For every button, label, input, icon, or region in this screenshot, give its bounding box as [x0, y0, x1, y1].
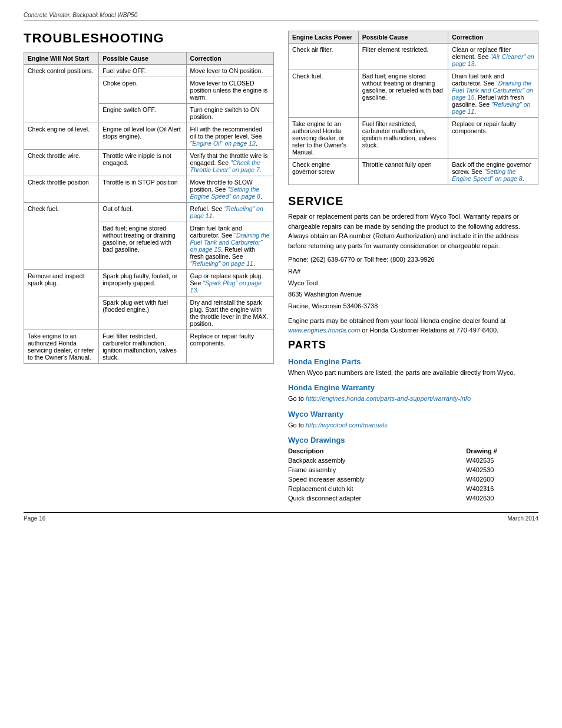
drawing-number: W402630	[466, 493, 538, 503]
engine-will-not-start-table: Engine Will Not Start Possible Cause Cor…	[24, 52, 274, 364]
page-footer: Page 16 March 2014	[24, 512, 538, 522]
table-row: Check throttle wire. Throttle wire nippl…	[24, 150, 274, 176]
wyco-drawings-table: Description Drawing # Backpack assemblyW…	[288, 446, 538, 503]
engine-cause-group: Take engine to an authorized Honda servi…	[289, 118, 359, 159]
drawing-description: Backpack assembly	[288, 456, 466, 465]
table-row: Check fuel. Bad fuel; engine stored with…	[289, 70, 538, 118]
table-row: Take engine to an authorized Honda servi…	[24, 330, 274, 364]
honda-engine-warranty-title: Honda Engine Warranty	[288, 383, 538, 392]
wyco-warranty-link[interactable]: http://wycotool.com/manuals	[306, 421, 388, 429]
possible-cause-cell: Out of fuel.	[99, 203, 186, 222]
table-row: Replacement clutch kitW402316	[288, 484, 538, 493]
correction-cell: Refuel. See "Refueling" on page 11.	[186, 203, 273, 222]
drawing-description: Frame assembly	[288, 465, 466, 475]
engine-cause-group: Check fuel.	[24, 203, 99, 270]
drawing-description: Speed increaser assembly	[288, 475, 466, 484]
left-column: TROUBLESHOOTING Engine Will Not Start Po…	[24, 31, 274, 503]
engine-cause-group: Check throttle wire.	[24, 150, 99, 176]
col-header-correction-left: Correction	[186, 52, 273, 65]
engine-parts-note: Engine parts may be obtained from your l…	[288, 316, 538, 335]
possible-cause-cell: Bad fuel; engine stored without treating…	[358, 70, 448, 118]
table-row: Check engine oil level. Engine oil level…	[24, 123, 274, 150]
correction-cell: Clean or replace filter element. See "Ai…	[448, 44, 538, 70]
honda-engine-warranty-body: Go to http://engines.honda.com/parts-and…	[288, 394, 538, 404]
engine-cause-group: Check engine governor screw	[289, 159, 359, 185]
footer-left: Page 16	[24, 515, 45, 522]
table-row: Take engine to an authorized Honda servi…	[289, 118, 538, 159]
correction-cell: Back off the engine governor screw. See …	[448, 159, 538, 185]
company: Wyco Tool	[288, 278, 538, 289]
correction-cell: Turn engine switch to ON position.	[186, 104, 273, 123]
ra: RA#	[288, 266, 538, 278]
engine-lacks-power-table: Engine Lacks Power Possible Cause Correc…	[288, 31, 538, 185]
col-header-engine-lacks-power: Engine Lacks Power	[289, 31, 359, 44]
address1: 8635 Washington Avenue	[288, 289, 538, 301]
service-body: Repair or replacement parts can be order…	[288, 212, 538, 251]
drawing-number: W402535	[466, 456, 538, 465]
table-row: Check engine governor screw Throttle can…	[289, 159, 538, 185]
address2: Racine, Wisconsin 53406-3738	[288, 301, 538, 312]
wyco-warranty-title: Wyco Warranty	[288, 410, 538, 419]
drawing-description: Quick disconnect adapter	[288, 493, 466, 503]
correction-cell: Replace or repair faulty components.	[186, 330, 273, 364]
col-header-possible-cause-left: Possible Cause	[99, 52, 186, 65]
table-row: Quick disconnect adapterW402630	[288, 493, 538, 503]
table-row: Check fuel. Out of fuel. Refuel. See "Re…	[24, 203, 274, 222]
correction-cell: Drain fuel tank and carburetor. See "Dra…	[448, 70, 538, 118]
troubleshooting-title: TROUBLESHOOTING	[24, 31, 274, 46]
possible-cause-cell: Throttle is in STOP position	[99, 176, 186, 203]
engine-cause-group: Check air filter.	[289, 44, 359, 70]
col-header-engine-will-not-start: Engine Will Not Start	[24, 52, 99, 65]
correction-cell: Gap or replace spark plug. See "Spark Pl…	[186, 270, 273, 297]
drawing-description: Replacement clutch kit	[288, 484, 466, 493]
possible-cause-cell: Fuel filter restricted, carburetor malfu…	[358, 118, 448, 159]
correction-cell: Replace or repair faulty components.	[448, 118, 538, 159]
honda-warranty-link[interactable]: http://engines.honda.com/parts-and-suppo…	[306, 395, 471, 402]
table-row: Remove and inspect spark plug. Spark plu…	[24, 270, 274, 297]
parts-title: PARTS	[288, 339, 538, 351]
possible-cause-cell: Throttle cannot fully open	[358, 159, 448, 185]
possible-cause-cell: Throttle wire nipple is not engaged.	[99, 150, 186, 176]
engine-cause-group: Check control positions.	[24, 65, 99, 123]
correction-cell: Dry and reinstall the spark plug. Start …	[186, 297, 273, 330]
service-title: SERVICE	[288, 195, 538, 208]
engine-cause-group: Take engine to an authorized Honda servi…	[24, 330, 99, 364]
drawing-number: W402600	[466, 475, 538, 484]
possible-cause-cell: Spark plug wet with fuel (flooded engine…	[99, 297, 186, 330]
correction-cell: Drain fuel tank and carburetor. See "Dra…	[186, 222, 273, 270]
drawing-number: W402316	[466, 484, 538, 493]
table-row: Speed increaser assemblyW402600	[288, 475, 538, 484]
phone: Phone: (262) 639-6770 or Toll free: (800…	[288, 254, 538, 266]
possible-cause-cell: Choke open.	[99, 77, 186, 104]
table-row: Backpack assemblyW402535	[288, 456, 538, 465]
possible-cause-cell: Engine oil level low (Oil Alert stops en…	[99, 123, 186, 150]
possible-cause-cell: Engine switch OFF.	[99, 104, 186, 123]
engine-cause-group: Check throttle position	[24, 176, 99, 203]
possible-cause-cell: Filter element restricted.	[358, 44, 448, 70]
right-column: Engine Lacks Power Possible Cause Correc…	[288, 31, 538, 503]
table-row: Check control positions. Fuel valve OFF.…	[24, 65, 274, 77]
wyco-drawings-title: Wyco Drawings	[288, 436, 538, 444]
page-header: Concrete Vibrator, Backpack Model WBP50	[24, 12, 538, 21]
table-row: Frame assemblyW402530	[288, 465, 538, 475]
drawing-number: W402530	[466, 465, 538, 475]
possible-cause-cell: Bad fuel; engine stored without treating…	[99, 222, 186, 270]
correction-cell: Fill with the recommended oil to the pro…	[186, 123, 273, 150]
contact-info: Phone: (262) 639-6770 or Toll free: (800…	[288, 254, 538, 312]
col-header-possible-cause-right: Possible Cause	[358, 31, 448, 44]
correction-cell: Move lever to CLOSED position unless the…	[186, 77, 273, 104]
col-header-correction-right: Correction	[448, 31, 538, 44]
engine-cause-group: Remove and inspect spark plug.	[24, 270, 99, 330]
possible-cause-cell: Fuel filter restricted, carburetor malfu…	[99, 330, 186, 364]
honda-engine-parts-body: When Wyco part numbers are listed, the p…	[288, 368, 538, 378]
table-row: Check throttle position Throttle is in S…	[24, 176, 274, 203]
engine-cause-group: Check fuel.	[289, 70, 359, 118]
footer-right: March 2014	[507, 515, 538, 522]
drawings-col-description: Description	[288, 446, 466, 456]
correction-cell: Verify that the throttle wire is engaged…	[186, 150, 273, 176]
engines-honda-link[interactable]: www.engines.honda.com	[288, 327, 360, 334]
table-row: Check air filter. Filter element restric…	[289, 44, 538, 70]
possible-cause-cell: Spark plug faulty, fouled, or improperly…	[99, 270, 186, 297]
honda-engine-parts-title: Honda Engine Parts	[288, 357, 538, 366]
correction-cell: Move lever to ON position.	[186, 65, 273, 77]
